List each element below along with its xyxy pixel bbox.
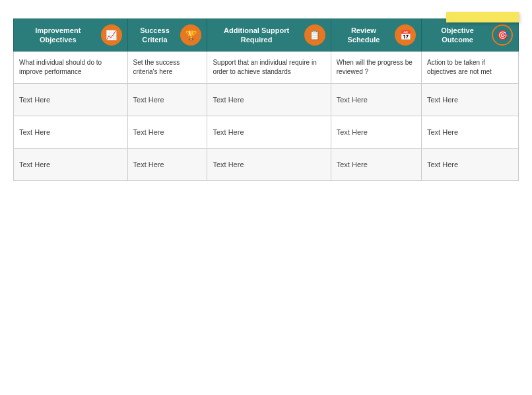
table-row-0: Text HereText HereText HereText HereText…	[14, 84, 519, 116]
header-icon-col2: 🏆	[180, 24, 201, 46]
data-cell-0-2: Text Here	[207, 84, 331, 116]
col-header-col2: Success Criteria🏆	[127, 19, 207, 52]
data-cell-2-4: Text Here	[422, 149, 519, 181]
col-header-col3: Additional Support Required📋	[207, 19, 331, 52]
desc-cell-1: Set the success criteria's here	[127, 52, 207, 84]
data-cell-0-4: Text Here	[422, 84, 519, 116]
header-icon-col1: 📈	[101, 24, 122, 46]
header-icon-col5: 🎯	[492, 24, 513, 46]
desc-cell-4: Action to be taken if objectives are not…	[422, 52, 519, 84]
header-label-col5: Objective Outcome	[427, 26, 488, 45]
data-cell-1-0: Text Here	[14, 116, 128, 149]
page: Improvement Objectives📈Success Criteria🏆…	[0, 0, 532, 395]
data-cell-0-1: Text Here	[127, 84, 207, 116]
header-label-col2: Success Criteria	[133, 26, 177, 45]
data-cell-2-2: Text Here	[207, 149, 331, 181]
data-cell-2-1: Text Here	[127, 149, 207, 181]
data-cell-0-3: Text Here	[331, 84, 421, 116]
data-cell-2-0: Text Here	[14, 149, 128, 181]
header-label-col1: Improvement Objectives	[19, 26, 97, 45]
table-body: What individual should do to improve per…	[14, 52, 519, 181]
data-cell-2-3: Text Here	[331, 149, 421, 181]
header-label-col4: Review Schedule	[337, 26, 391, 45]
col-header-col4: Review Schedule📅	[331, 19, 421, 52]
sticky-note	[446, 12, 519, 22]
data-cell-1-4: Text Here	[422, 116, 519, 149]
pip-table: Improvement Objectives📈Success Criteria🏆…	[13, 18, 519, 181]
col-header-col1: Improvement Objectives📈	[14, 19, 128, 52]
data-cell-1-3: Text Here	[331, 116, 421, 149]
table-row-1: Text HereText HereText HereText HereText…	[14, 116, 519, 149]
col-header-col5: Objective Outcome🎯	[422, 19, 519, 52]
header-row: Improvement Objectives📈Success Criteria🏆…	[14, 19, 519, 52]
table-row-2: Text HereText HereText HereText HereText…	[14, 149, 519, 181]
desc-cell-0: What individual should do to improve per…	[14, 52, 128, 84]
desc-cell-3: When will the progress be reviewed ?	[331, 52, 421, 84]
header-icon-col4: 📅	[395, 24, 416, 46]
data-cell-0-0: Text Here	[14, 84, 128, 116]
header-label-col3: Additional Support Required	[213, 26, 300, 45]
data-cell-1-2: Text Here	[207, 116, 331, 149]
data-cell-1-1: Text Here	[127, 116, 207, 149]
desc-cell-2: Support that an individual require in or…	[207, 52, 331, 84]
header-icon-col3: 📋	[304, 24, 325, 46]
description-row: What individual should do to improve per…	[14, 52, 519, 84]
